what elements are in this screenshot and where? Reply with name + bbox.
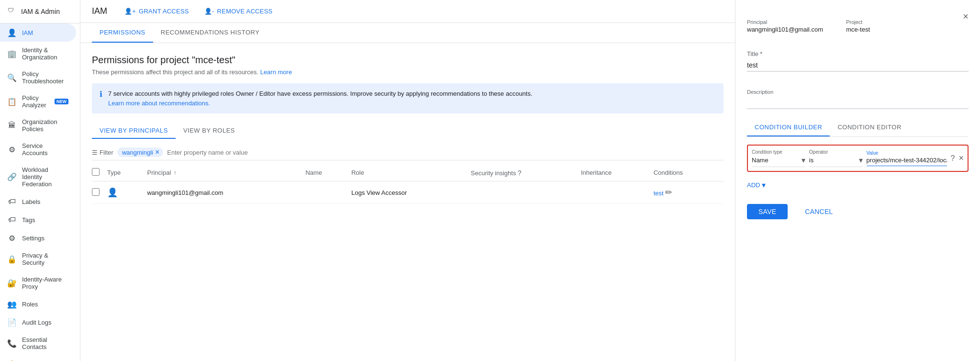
principal-value: wangmingli101@gmail.com (747, 26, 823, 33)
filter-input[interactable] (167, 149, 724, 156)
policy-analyzer-icon: 📋 (8, 97, 16, 106)
cell-security-insights (471, 181, 581, 204)
condition-type-wrapper: Condition type Name ▾ (752, 149, 805, 167)
sidebar-item-policy-analyzer[interactable]: 📋 Policy Analyzer NEW (0, 90, 76, 113)
sidebar-item-workload-identity[interactable]: 🔗 Workload Identity Federation (0, 161, 76, 192)
operator-arrow: ▾ (859, 156, 863, 165)
value-input[interactable] (867, 157, 947, 166)
permissions-table: Type Principal ↑ Name Role Security insi… (92, 164, 724, 204)
remove-access-button[interactable]: 👤- REMOVE ACCESS (199, 5, 278, 18)
col-type: Type (107, 164, 147, 181)
cell-conditions: test ✏ (654, 181, 724, 204)
app-title: IAM & Admin (21, 8, 60, 15)
panel-meta-project: Project mce-test (846, 19, 870, 33)
sidebar-item-essential-contacts[interactable]: 📞 Essential Contacts (0, 331, 76, 355)
sidebar-item-labels-label: Labels (22, 198, 40, 205)
new-badge: NEW (55, 99, 68, 104)
top-bar-title: IAM (92, 6, 107, 16)
condition-type-arrow: ▾ (802, 156, 805, 165)
sidebar-item-settings[interactable]: ⚙ Settings (0, 229, 76, 247)
roles-icon: 👥 (8, 300, 16, 308)
main-content: IAM 👤+ GRANT ACCESS 👤- REMOVE ACCESS PER… (80, 0, 735, 361)
service-accounts-icon: ⚙ (8, 145, 16, 154)
alert-learn-more-link[interactable]: Learn more about recommendations. (108, 100, 210, 107)
sidebar-item-identity-org[interactable]: 🏢 Identity & Organization (0, 42, 76, 66)
col-principal[interactable]: Principal ↑ (147, 164, 305, 181)
tags-icon: 🏷 (8, 215, 16, 224)
grant-access-label: GRANT ACCESS (139, 8, 189, 15)
filter-icon: ☰ (92, 149, 98, 156)
sidebar-item-labels[interactable]: 🏷 Labels (0, 192, 76, 211)
description-label: Description (747, 89, 969, 95)
sidebar-item-asset-inventory[interactable]: 📦 Asset Inventory (0, 355, 76, 361)
description-input[interactable] (747, 95, 969, 109)
principal-label: Principal (747, 19, 823, 25)
sidebar-item-iam[interactable]: 👤 IAM (0, 23, 76, 42)
app-icon: 🛡 (8, 7, 17, 16)
col-role: Role (351, 164, 471, 181)
cancel-button[interactable]: CANCEL (793, 204, 844, 219)
col-name: Name (305, 164, 351, 181)
col-security-insights: Security insights ? (471, 164, 581, 181)
sidebar-item-privacy-security[interactable]: 🔒 Privacy & Security (0, 247, 76, 271)
col-conditions: Conditions (654, 164, 724, 181)
value-wrapper: Value (867, 150, 947, 166)
policy-troubleshooter-icon: 🔍 (8, 73, 16, 82)
sidebar-item-service-accounts[interactable]: ⚙ Service Accounts (0, 137, 76, 161)
operator-wrapper: Operator is ▾ (809, 149, 863, 167)
sidebar-item-roles[interactable]: 👥 Roles (0, 295, 76, 313)
sidebar-item-iam-label: IAM (22, 29, 33, 36)
workload-identity-icon: 🔗 (8, 173, 16, 181)
right-panel: × Principal wangmingli101@gmail.com Proj… (735, 0, 980, 361)
panel-close-button[interactable]: × (963, 11, 969, 21)
view-by-roles-button[interactable]: VIEW BY ROLES (176, 123, 243, 139)
sidebar-item-identity-aware-proxy[interactable]: 🔐 Identity-Aware Proxy (0, 271, 76, 295)
sidebar-item-tags-label: Tags (22, 216, 35, 224)
learn-more-link[interactable]: Learn more (260, 68, 292, 76)
settings-icon: ⚙ (8, 234, 16, 242)
sidebar-item-audit-logs[interactable]: 📄 Audit Logs (0, 313, 76, 331)
row-checkbox[interactable] (92, 188, 100, 196)
view-by-principals-button[interactable]: VIEW BY PRINCIPALS (92, 123, 176, 139)
sidebar-item-policy-troubleshooter[interactable]: 🔍 Policy Troubleshooter (0, 66, 76, 90)
org-policies-icon: 🏛 (8, 121, 16, 130)
title-input[interactable] (747, 57, 969, 71)
tab-permissions[interactable]: PERMISSIONS (92, 23, 153, 43)
sidebar-item-org-policies[interactable]: 🏛 Organization Policies (0, 113, 76, 137)
sidebar-item-settings-label: Settings (22, 235, 45, 242)
select-all-checkbox[interactable] (92, 168, 100, 176)
condition-help-icon[interactable]: ? (951, 154, 955, 163)
security-insights-help-icon[interactable]: ? (518, 169, 522, 177)
cell-inheritance (581, 181, 654, 204)
essential-contacts-icon: 📞 (8, 339, 16, 348)
app-header: 🛡 IAM & Admin (0, 0, 80, 23)
person-icon: 👤 (107, 188, 118, 197)
condition-link[interactable]: test (654, 190, 664, 197)
condition-editor-tab[interactable]: CONDITION EDITOR (830, 119, 909, 136)
main-tabs: PERMISSIONS RECOMMENDATIONS HISTORY (80, 23, 735, 43)
sidebar-item-essential-contacts-label: Essential Contacts (22, 336, 68, 350)
filter-button[interactable]: ☰ Filter (92, 149, 113, 156)
condition-builder-tab[interactable]: CONDITION BUILDER (747, 119, 830, 136)
sidebar-item-service-accounts-label: Service Accounts (22, 142, 68, 157)
condition-type-label: Condition type (752, 149, 805, 155)
cell-principal: wangmingli101@gmail.com (147, 181, 305, 204)
edit-condition-icon[interactable]: ✏ (665, 188, 672, 197)
page-content: Permissions for project "mce-test" These… (80, 43, 735, 361)
filter-chip-remove[interactable]: × (155, 148, 159, 156)
sidebar-item-tags[interactable]: 🏷 Tags (0, 211, 76, 229)
filter-row: ☰ Filter wangmingli × (92, 145, 724, 160)
condition-type-select[interactable]: Name (752, 157, 802, 164)
tab-recommendations-history[interactable]: RECOMMENDATIONS HISTORY (153, 23, 267, 43)
filter-chip: wangmingli × (117, 147, 163, 157)
title-label: Title * (747, 50, 969, 57)
remove-access-label: REMOVE ACCESS (217, 8, 273, 15)
grant-access-button[interactable]: 👤+ GRANT ACCESS (119, 5, 195, 18)
save-button[interactable]: SAVE (747, 204, 788, 219)
identity-org-icon: 🏢 (8, 49, 16, 58)
operator-select[interactable]: is (809, 157, 859, 164)
col-inheritance: Inheritance (581, 164, 654, 181)
condition-close-icon[interactable]: × (959, 153, 964, 163)
add-button[interactable]: ADD ▾ (747, 178, 969, 192)
description-field-wrapper: Description (747, 81, 969, 109)
